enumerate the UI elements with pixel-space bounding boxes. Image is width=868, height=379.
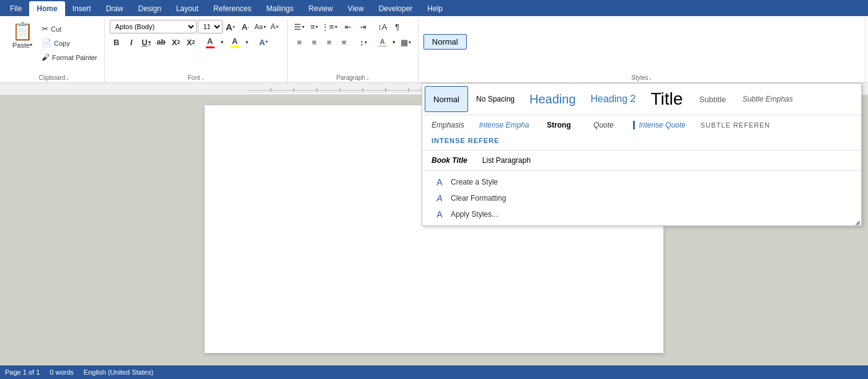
- align-right-button[interactable]: ≡: [322, 35, 336, 49]
- superscript-button[interactable]: X2: [184, 35, 198, 49]
- multilevel-list-button[interactable]: ⋮≡▾: [322, 20, 336, 33]
- style-emphasis-item[interactable]: Emphasis: [425, 118, 471, 133]
- shading-button[interactable]: A: [376, 35, 389, 49]
- page-count: Page 1 of 1: [5, 368, 40, 376]
- styles-expand-icon[interactable]: ⌟: [649, 75, 652, 81]
- bullets-button[interactable]: ☰▾: [293, 20, 306, 33]
- style-strong-item[interactable]: Strong: [537, 118, 580, 133]
- shading-dropdown[interactable]: ▾: [391, 35, 398, 49]
- highlight-button[interactable]: A: [228, 35, 242, 49]
- shrink-font-button[interactable]: A-: [239, 20, 252, 33]
- style-intense-ref-item[interactable]: Intense Refere: [425, 134, 506, 147]
- underline-button[interactable]: U▾: [140, 35, 153, 49]
- tab-view[interactable]: View: [340, 1, 371, 16]
- font-name-select[interactable]: Aptos (Body): [110, 20, 197, 33]
- paste-label: Paste: [12, 41, 30, 49]
- line-spacing-button[interactable]: ↕▾: [356, 35, 370, 49]
- text-effects-button[interactable]: A✦: [257, 35, 271, 49]
- styles-dropdown-panel: Normal No Spacing Heading Heading 2 Titl…: [422, 83, 862, 226]
- clear-formatting-label: Clear Formatting: [451, 194, 506, 203]
- create-style-label: Create a Style: [451, 178, 498, 186]
- style-normal-btn[interactable]: Normal: [423, 34, 467, 50]
- tab-design[interactable]: Design: [131, 1, 169, 16]
- font-color-dropdown[interactable]: ▾: [218, 35, 227, 49]
- cut-button[interactable]: ✂ Cut: [38, 22, 100, 35]
- cut-icon: ✂: [42, 24, 48, 33]
- style-subtitle-item[interactable]: Subtitle: [691, 86, 734, 112]
- style-title-item[interactable]: Title: [644, 86, 690, 112]
- clipboard-group: 📋 Paste ▾ ✂ Cut 📄 Copy 🖌 Format Painter: [2, 19, 105, 82]
- style-normal-item[interactable]: Normal: [425, 86, 468, 112]
- apply-styles-action[interactable]: A Apply Styles...: [430, 207, 854, 222]
- tab-home[interactable]: Home: [29, 1, 64, 16]
- format-painter-label: Format Painter: [52, 54, 97, 61]
- paste-dropdown-arrow: ▾: [30, 42, 32, 48]
- ribbon: 📋 Paste ▾ ✂ Cut 📄 Copy 🖌 Format Painter: [0, 16, 868, 83]
- copy-label: Copy: [54, 40, 70, 47]
- styles-row3: Book Title List Paragraph: [422, 150, 861, 171]
- paragraph-group: ☰▾ ≡▾ ⋮≡▾ ⇤ ⇥ ↕A ¶ ≡ ≡ ≡ ≡ ↕▾: [288, 19, 418, 82]
- clipboard-expand-icon[interactable]: ⌟: [66, 75, 69, 81]
- paragraph-expand-icon[interactable]: ⌟: [366, 75, 369, 81]
- decrease-indent-button[interactable]: ⇤: [342, 20, 355, 33]
- copy-button[interactable]: 📄 Copy: [38, 37, 100, 50]
- style-subtle-emphasis-item[interactable]: Subtle Emphas: [735, 86, 799, 112]
- tab-help[interactable]: Help: [420, 1, 450, 16]
- style-book-title-item[interactable]: Book Title: [425, 153, 474, 168]
- style-heading1-item[interactable]: Heading: [523, 86, 583, 112]
- tab-insert[interactable]: Insert: [65, 1, 99, 16]
- status-bar: Page 1 of 1 0 words English (United Stat…: [0, 365, 868, 379]
- font-size-select[interactable]: 11: [198, 20, 223, 33]
- style-list-para-item[interactable]: List Paragraph: [476, 153, 538, 168]
- clipboard-group-label: Clipboard: [38, 74, 65, 81]
- sort-button[interactable]: ↕A: [376, 20, 389, 33]
- grow-font-button[interactable]: A+: [224, 20, 237, 33]
- clear-formatting-icon: A: [433, 193, 446, 203]
- styles-resize-handle[interactable]: ◢: [854, 218, 861, 225]
- tab-review[interactable]: Review: [301, 1, 340, 16]
- create-style-action[interactable]: A Create a Style: [430, 175, 854, 190]
- styles-actions: A Create a Style A Clear Formatting A Ap…: [422, 171, 861, 225]
- align-center-button[interactable]: ≡: [308, 35, 321, 49]
- paste-button[interactable]: 📋 Paste ▾: [7, 20, 37, 51]
- word-count: 0 words: [50, 368, 74, 376]
- tab-mailings[interactable]: Mailings: [259, 1, 301, 16]
- tab-draw[interactable]: Draw: [99, 1, 131, 16]
- style-quote-item[interactable]: Quote: [582, 118, 625, 133]
- tab-developer[interactable]: Developer: [371, 1, 420, 16]
- clear-formatting-action[interactable]: A Clear Formatting: [430, 191, 854, 206]
- tab-layout[interactable]: Layout: [169, 1, 206, 16]
- bold-button[interactable]: B: [110, 35, 123, 49]
- tab-file[interactable]: File: [2, 1, 29, 16]
- style-no-spacing-item[interactable]: No Spacing: [469, 86, 521, 112]
- strikethrough-button[interactable]: ab: [154, 35, 168, 49]
- font-group-label: Font: [188, 74, 200, 81]
- style-subtle-ref-item[interactable]: Subtle Referen: [694, 118, 777, 133]
- style-heading2-item[interactable]: Heading 2: [584, 86, 643, 112]
- styles-row1: Normal No Spacing Heading Heading 2 Titl…: [422, 84, 861, 115]
- borders-button[interactable]: ▦▾: [399, 35, 413, 49]
- styles-row2: Emphasis Intense Empha Strong Quote Inte…: [422, 115, 861, 150]
- increase-indent-button[interactable]: ⇥: [356, 20, 370, 33]
- style-intense-quote-item[interactable]: Intense Quote: [626, 118, 692, 133]
- language: English (United States): [84, 368, 154, 376]
- tab-references[interactable]: References: [206, 1, 259, 16]
- format-painter-button[interactable]: 🖌 Format Painter: [38, 51, 100, 64]
- font-color-button[interactable]: A: [203, 35, 217, 49]
- justify-button[interactable]: ≡: [337, 35, 351, 49]
- style-intense-emphasis-item[interactable]: Intense Empha: [472, 118, 536, 133]
- paragraph-group-label: Paragraph: [336, 74, 365, 81]
- show-marks-button[interactable]: ¶: [391, 20, 404, 33]
- clear-all-formatting-button[interactable]: A✕: [268, 20, 282, 33]
- apply-styles-label: Apply Styles...: [451, 210, 498, 219]
- italic-button[interactable]: I: [125, 35, 138, 49]
- subscript-button[interactable]: X2: [169, 35, 183, 49]
- apply-styles-icon: A: [433, 209, 446, 219]
- align-left-button[interactable]: ≡: [293, 35, 306, 49]
- copy-icon: 📄: [42, 38, 51, 48]
- change-case-button[interactable]: Aa▾: [254, 20, 267, 33]
- font-group: Aptos (Body) 11 A+ A- Aa▾ A✕ B I U▾ ab X…: [105, 19, 288, 82]
- numbering-button[interactable]: ≡▾: [308, 20, 321, 33]
- highlight-dropdown[interactable]: ▾: [243, 35, 252, 49]
- font-expand-icon[interactable]: ⌟: [202, 75, 204, 81]
